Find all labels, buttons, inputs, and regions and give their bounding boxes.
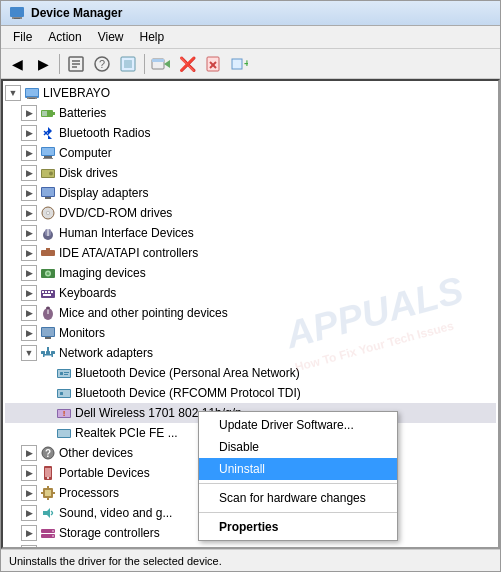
svg-rect-25 bbox=[42, 111, 47, 116]
svg-rect-70 bbox=[64, 374, 68, 375]
ide-label: IDE ATA/ATAPI controllers bbox=[59, 244, 198, 262]
add-hardware-button[interactable]: + bbox=[227, 52, 251, 76]
svg-point-46 bbox=[47, 272, 50, 275]
mice-expand[interactable]: ▶ bbox=[21, 305, 37, 321]
update-driver-button[interactable] bbox=[149, 52, 173, 76]
tree-item-computer[interactable]: ▶ Computer bbox=[5, 143, 496, 163]
svg-rect-58 bbox=[45, 337, 51, 339]
svg-rect-50 bbox=[48, 291, 50, 293]
portable-expand[interactable]: ▶ bbox=[21, 465, 37, 481]
bt-pan-label: Bluetooth Device (Personal Area Network) bbox=[75, 364, 300, 382]
dvd-expand[interactable]: ▶ bbox=[21, 205, 37, 221]
bt-rfcomm-icon bbox=[56, 385, 72, 401]
computer-label: Computer bbox=[59, 144, 112, 162]
display-expand[interactable]: ▶ bbox=[21, 185, 37, 201]
menu-action[interactable]: Action bbox=[40, 28, 89, 46]
tree-item-imaging[interactable]: ▶ Imaging devices bbox=[5, 263, 496, 283]
tree-item-mice[interactable]: ▶ Mice and other pointing devices bbox=[5, 303, 496, 323]
batteries-label: Batteries bbox=[59, 104, 106, 122]
context-menu-item-disable[interactable]: Disable bbox=[199, 436, 397, 458]
scan-button[interactable] bbox=[116, 52, 140, 76]
svg-rect-88 bbox=[41, 492, 43, 494]
storage-expand[interactable]: ▶ bbox=[21, 525, 37, 541]
tree-item-dvd[interactable]: ▶ DVD/CD-ROM drives bbox=[5, 203, 496, 223]
svg-text:+: + bbox=[244, 58, 248, 69]
computer-expand[interactable]: ▶ bbox=[21, 145, 37, 161]
properties-button[interactable] bbox=[64, 52, 88, 76]
svg-point-32 bbox=[49, 172, 53, 176]
disk-expand[interactable]: ▶ bbox=[21, 165, 37, 181]
portable-label: Portable Devices bbox=[59, 464, 150, 482]
main-content: APPUALS How To Fix Your Tech Issues ▼ LI… bbox=[1, 79, 500, 571]
imaging-expand[interactable]: ▶ bbox=[21, 265, 37, 281]
toolbar-separator-1 bbox=[59, 54, 60, 74]
menu-bar: File Action View Help bbox=[1, 26, 500, 49]
back-button[interactable]: ◀ bbox=[5, 52, 29, 76]
processors-expand[interactable]: ▶ bbox=[21, 485, 37, 501]
svg-point-55 bbox=[46, 307, 50, 310]
keyboard-expand[interactable]: ▶ bbox=[21, 285, 37, 301]
tree-item-bt-rfcomm[interactable]: Bluetooth Device (RFCOMM Protocol TDI) bbox=[5, 383, 496, 403]
tree-item-display[interactable]: ▶ Display adapters bbox=[5, 183, 496, 203]
disable-button[interactable]: ❌ bbox=[175, 52, 199, 76]
tree-item-hid[interactable]: ▶ Human Interface Devices bbox=[5, 223, 496, 243]
bluetooth-expand[interactable]: ▶ bbox=[21, 125, 37, 141]
tree-item-ide[interactable]: ▶ IDE ATA/ATAPI controllers bbox=[5, 243, 496, 263]
tree-item-bt-pan[interactable]: Bluetooth Device (Personal Area Network) bbox=[5, 363, 496, 383]
monitors-icon bbox=[40, 325, 56, 341]
svg-rect-28 bbox=[44, 156, 52, 158]
context-menu-item-scan[interactable]: Scan for hardware changes bbox=[199, 487, 397, 509]
svg-point-93 bbox=[52, 530, 54, 532]
tree-item-bluetooth[interactable]: ▶ Bluetooth Radios bbox=[5, 123, 496, 143]
tree-item-disk[interactable]: ▶ Disk drives bbox=[5, 163, 496, 183]
tree-item-network[interactable]: ▼ Network adapters bbox=[5, 343, 496, 363]
sound-expand[interactable]: ▶ bbox=[21, 505, 37, 521]
hid-expand[interactable]: ▶ bbox=[21, 225, 37, 241]
context-menu-separator-2 bbox=[199, 512, 397, 513]
display-label: Display adapters bbox=[59, 184, 148, 202]
dvd-icon bbox=[40, 205, 56, 221]
mice-label: Mice and other pointing devices bbox=[59, 304, 228, 322]
tree-view[interactable]: APPUALS How To Fix Your Tech Issues ▼ LI… bbox=[1, 79, 500, 549]
forward-button[interactable]: ▶ bbox=[31, 52, 55, 76]
other-expand[interactable]: ▶ bbox=[21, 445, 37, 461]
context-menu-item-uninstall[interactable]: Uninstall bbox=[199, 458, 397, 480]
context-menu-item-update[interactable]: Update Driver Software... bbox=[199, 414, 397, 436]
imaging-label: Imaging devices bbox=[59, 264, 146, 282]
uninstall-button[interactable] bbox=[201, 52, 225, 76]
svg-rect-86 bbox=[47, 486, 49, 488]
tree-item-system[interactable]: ▶ System devices bbox=[5, 543, 496, 549]
processors-icon bbox=[40, 485, 56, 501]
tree-item-keyboard[interactable]: ▶ Keyboards bbox=[5, 283, 496, 303]
toolbar: ◀ ▶ ? bbox=[1, 49, 500, 79]
svg-rect-65 bbox=[52, 354, 54, 357]
keyboard-icon bbox=[40, 285, 56, 301]
svg-rect-49 bbox=[45, 291, 47, 293]
device-manager-window: Device Manager File Action View Help ◀ ▶… bbox=[0, 0, 501, 572]
bt-pan-icon bbox=[56, 365, 72, 381]
menu-file[interactable]: File bbox=[5, 28, 40, 46]
ide-expand[interactable]: ▶ bbox=[21, 245, 37, 261]
system-expand[interactable]: ▶ bbox=[21, 545, 37, 549]
help-button[interactable]: ? bbox=[90, 52, 114, 76]
other-label: Other devices bbox=[59, 444, 133, 462]
tree-item-batteries[interactable]: ▶ Batteries bbox=[5, 103, 496, 123]
svg-marker-12 bbox=[164, 60, 170, 68]
svg-rect-82 bbox=[45, 468, 51, 477]
svg-point-94 bbox=[52, 535, 54, 537]
network-expand[interactable]: ▼ bbox=[21, 345, 37, 361]
tree-root[interactable]: ▼ LIVEBRAYO bbox=[5, 83, 496, 103]
menu-help[interactable]: Help bbox=[132, 28, 173, 46]
batteries-expand[interactable]: ▶ bbox=[21, 105, 37, 121]
context-menu-item-properties[interactable]: Properties bbox=[199, 516, 397, 538]
svg-rect-67 bbox=[58, 370, 70, 377]
root-expand[interactable]: ▼ bbox=[5, 85, 21, 101]
svg-rect-29 bbox=[43, 158, 53, 159]
bluetooth-label: Bluetooth Radios bbox=[59, 124, 150, 142]
ide-icon bbox=[40, 245, 56, 261]
menu-view[interactable]: View bbox=[90, 28, 132, 46]
monitors-expand[interactable]: ▶ bbox=[21, 325, 37, 341]
portable-icon bbox=[40, 465, 56, 481]
bluetooth-icon bbox=[40, 125, 56, 141]
tree-item-monitors[interactable]: ▶ Monitors bbox=[5, 323, 496, 343]
